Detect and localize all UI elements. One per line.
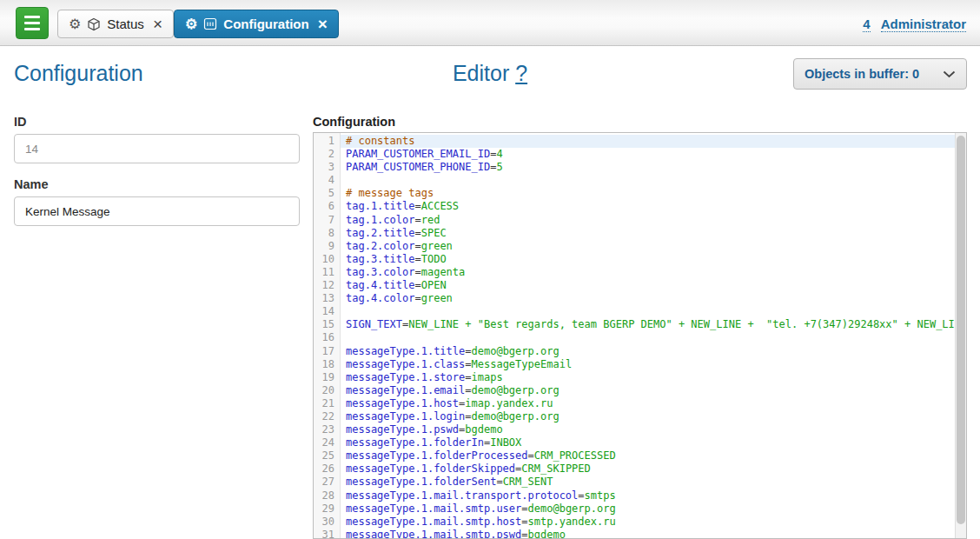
code-text: messageType.1.store=imaps [341, 371, 955, 384]
code-line[interactable]: 10tag.3.title=TODO [314, 253, 955, 266]
gear-icon: ⚙ [185, 17, 197, 31]
help-link[interactable]: ? [515, 61, 527, 85]
code-line[interactable]: 3PARAM_CUSTOMER_PHONE_ID=5 [314, 161, 955, 174]
code-text: tag.1.title=ACCESS [341, 200, 955, 213]
code-line[interactable]: 20messageType.1.email=demo@bgerp.org [314, 384, 955, 397]
id-label: ID [14, 115, 27, 129]
code-text: messageType.1.mail.smtp.pswd=bgdemo [341, 529, 955, 539]
line-number: 10 [314, 253, 341, 266]
code-line[interactable]: 22messageType.1.login=demo@bgerp.org [314, 410, 955, 423]
code-line[interactable]: 30messageType.1.mail.smtp.host=smtp.yand… [314, 516, 955, 529]
code-line[interactable]: 11tag.3.color=magenta [314, 266, 955, 279]
code-line[interactable]: 15SIGN_TEXT=NEW_LINE + "Best regards, te… [314, 318, 955, 331]
code-line[interactable]: 19messageType.1.store=imaps [314, 371, 955, 384]
code-text: messageType.1.login=demo@bgerp.org [341, 410, 955, 423]
line-number: 24 [314, 436, 341, 449]
code-text: tag.1.color=red [341, 214, 955, 227]
code-line[interactable]: 18messageType.1.class=MessageTypeEmail [314, 358, 955, 371]
code-text: messageType.1.host=imap.yandex.ru [341, 397, 955, 410]
line-number: 9 [314, 240, 341, 253]
objects-in-buffer-button[interactable]: Objects in buffer: 0 [793, 58, 967, 90]
close-icon[interactable]: × [318, 16, 328, 32]
line-number: 6 [314, 200, 341, 213]
configuration-editor-label: Configuration [313, 115, 395, 129]
code-text: tag.4.title=OPEN [341, 279, 955, 292]
code-line[interactable]: 31messageType.1.mail.smtp.pswd=bgdemo [314, 529, 955, 539]
configuration-code-editor[interactable]: 1# constants2PARAM_CUSTOMER_EMAIL_ID=43P… [313, 132, 967, 539]
line-number: 19 [314, 371, 341, 384]
code-line[interactable]: 5# message tags [314, 187, 955, 200]
code-text: messageType.1.email=demo@bgerp.org [341, 384, 955, 397]
code-text [341, 174, 955, 187]
code-line[interactable]: 27messageType.1.folderSent=CRM_SENT [314, 476, 955, 489]
line-number: 26 [314, 462, 341, 476]
code-text: tag.2.color=green [341, 240, 955, 253]
code-line[interactable]: 14 [314, 305, 955, 318]
code-line[interactable]: 29messageType.1.mail.smtp.user=demo@bger… [314, 502, 955, 516]
code-line[interactable]: 23messageType.1.pswd=bgdemo [314, 423, 955, 436]
code-text: messageType.1.mail.smtp.host=smtp.yandex… [341, 516, 955, 529]
tab-configuration[interactable]: ⚙ Configuration × [174, 10, 339, 38]
user-id-link[interactable]: 4 [863, 17, 870, 32]
code-line[interactable]: 16 [314, 331, 955, 344]
line-number: 13 [314, 292, 341, 305]
user-name-link[interactable]: Administrator [881, 17, 966, 32]
tab-status[interactable]: ⚙ Status × [57, 10, 174, 38]
cube-icon [87, 17, 101, 31]
code-line[interactable]: 7tag.1.color=red [314, 214, 955, 227]
code-text: messageType.1.folderSent=CRM_SENT [341, 476, 955, 489]
code-text: tag.4.color=green [341, 292, 955, 305]
code-text: messageType.1.folderProcessed=CRM_PROCES… [341, 449, 955, 462]
code-line[interactable]: 4 [314, 174, 955, 187]
code-line[interactable]: 28messageType.1.mail.transport.protocol=… [314, 489, 955, 502]
code-line[interactable]: 17messageType.1.title=demo@bgerp.org [314, 345, 955, 358]
code-line[interactable]: 24messageType.1.folderIn=INBOX [314, 436, 955, 449]
config-editor-lines[interactable]: 1# constants2PARAM_CUSTOMER_EMAIL_ID=43P… [314, 135, 955, 539]
top-bar: ⚙ Status × ⚙ Configuration × 4 Administr… [0, 0, 980, 46]
line-number: 14 [314, 305, 341, 318]
code-line[interactable]: 13tag.4.color=green [314, 292, 955, 305]
code-line[interactable]: 1# constants [314, 135, 955, 148]
editor-scrollbar[interactable] [955, 133, 966, 538]
scrollbar-thumb[interactable] [957, 136, 965, 524]
line-number: 16 [314, 331, 341, 344]
line-number: 31 [314, 529, 341, 539]
code-text: PARAM_CUSTOMER_EMAIL_ID=4 [341, 148, 955, 161]
line-number: 8 [314, 227, 341, 240]
tab-label: Configuration [223, 17, 308, 31]
line-number: 5 [314, 187, 341, 200]
name-field[interactable] [14, 196, 300, 226]
line-number: 1 [314, 135, 341, 148]
line-number: 27 [314, 476, 341, 489]
code-line[interactable]: 21messageType.1.host=imap.yandex.ru [314, 397, 955, 410]
code-line[interactable]: 8tag.2.title=SPEC [314, 227, 955, 240]
code-text: PARAM_CUSTOMER_PHONE_ID=5 [341, 161, 955, 174]
line-number: 15 [314, 318, 341, 331]
code-text: messageType.1.class=MessageTypeEmail [341, 358, 955, 371]
code-line[interactable]: 9tag.2.color=green [314, 240, 955, 253]
main-menu-button[interactable] [16, 7, 49, 39]
id-field[interactable] [14, 134, 300, 163]
code-text: messageType.1.folderSkipped=CRM_SKIPPED [341, 462, 955, 476]
line-number: 18 [314, 358, 341, 371]
line-number: 22 [314, 410, 341, 423]
line-number: 2 [314, 148, 341, 161]
chevron-down-icon [943, 66, 956, 82]
code-line[interactable]: 12tag.4.title=OPEN [314, 279, 955, 292]
gear-icon: ⚙ [69, 17, 81, 31]
code-line[interactable]: 25messageType.1.folderProcessed=CRM_PROC… [314, 449, 955, 462]
close-icon[interactable]: × [153, 16, 162, 32]
config-window-icon [203, 17, 217, 30]
code-text: # constants [341, 135, 955, 148]
code-text [341, 331, 955, 344]
code-text: tag.2.title=SPEC [341, 227, 955, 240]
line-number: 25 [314, 449, 341, 462]
line-number: 12 [314, 279, 341, 292]
code-text: messageType.1.pswd=bgdemo [341, 423, 955, 436]
code-line[interactable]: 2PARAM_CUSTOMER_EMAIL_ID=4 [314, 148, 955, 161]
name-label: Name [14, 177, 49, 191]
code-line[interactable]: 6tag.1.title=ACCESS [314, 200, 955, 213]
code-line[interactable]: 26messageType.1.folderSkipped=CRM_SKIPPE… [314, 462, 955, 476]
line-number: 23 [314, 423, 341, 436]
line-number: 20 [314, 384, 341, 397]
